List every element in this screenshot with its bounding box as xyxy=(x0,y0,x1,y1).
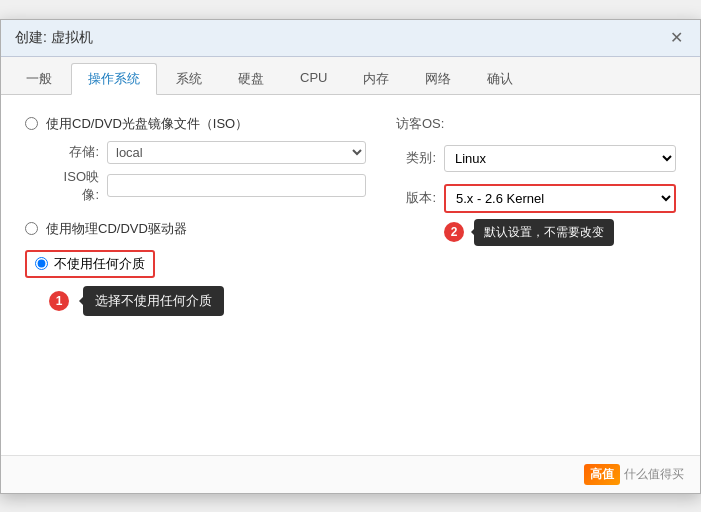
iso-input[interactable] xyxy=(107,174,366,197)
right-column: 访客OS: 类别: Linux 版本: 5.x - 2.6 Kerne xyxy=(396,115,676,316)
option-physical[interactable]: 使用物理CD/DVD驱动器 xyxy=(25,220,366,238)
close-button[interactable]: ✕ xyxy=(666,28,686,48)
create-vm-dialog: 创建: 虚拟机 ✕ 一般 操作系统 系统 硬盘 CPU 内存 网络 确认 使用C… xyxy=(0,19,701,494)
iso-label: ISO映像: xyxy=(49,168,99,204)
category-row: 类别: Linux xyxy=(396,145,676,172)
iso-field: ISO映像: xyxy=(49,168,366,204)
content-area: 使用CD/DVD光盘镜像文件（ISO） 存储: local ISO映像: 使用物 xyxy=(25,115,676,316)
tooltip1-row: 1 选择不使用任何介质 xyxy=(49,286,366,316)
left-column: 使用CD/DVD光盘镜像文件（ISO） 存储: local ISO映像: 使用物 xyxy=(25,115,396,316)
tab-os[interactable]: 操作系统 xyxy=(71,63,157,95)
option-none-row: 不使用任何介质 xyxy=(25,250,366,278)
tab-cpu[interactable]: CPU xyxy=(283,63,344,94)
radio-none[interactable] xyxy=(35,257,48,270)
tooltip2-row: 2 默认设置，不需要改变 xyxy=(444,219,676,246)
version-select-wrapper: 5.x - 2.6 Kernel xyxy=(444,184,676,213)
radio-iso[interactable] xyxy=(25,117,38,130)
version-area: 5.x - 2.6 Kernel 2 默认设置，不需要改变 xyxy=(444,184,676,246)
tab-confirm[interactable]: 确认 xyxy=(470,63,530,94)
tooltip2-text: 默认设置，不需要改变 xyxy=(474,219,614,246)
badge-2: 2 xyxy=(444,222,464,242)
dialog-titlebar: 创建: 虚拟机 ✕ xyxy=(1,20,700,57)
watermark: 高值 什么值得买 xyxy=(584,464,684,485)
version-row: 版本: 5.x - 2.6 Kernel 2 默认设置，不需要改变 xyxy=(396,184,676,246)
version-label: 版本: xyxy=(396,189,436,207)
tab-bar: 一般 操作系统 系统 硬盘 CPU 内存 网络 确认 xyxy=(1,57,700,95)
tab-disk[interactable]: 硬盘 xyxy=(221,63,281,94)
storage-select[interactable]: local xyxy=(107,141,366,164)
option-iso-label: 使用CD/DVD光盘镜像文件（ISO） xyxy=(46,115,248,133)
option-none-label: 不使用任何介质 xyxy=(54,255,145,273)
tab-system[interactable]: 系统 xyxy=(159,63,219,94)
option-physical-label: 使用物理CD/DVD驱动器 xyxy=(46,220,187,238)
storage-label: 存储: xyxy=(49,143,99,161)
option-none-highlight: 不使用任何介质 xyxy=(25,250,155,278)
category-select[interactable]: Linux xyxy=(444,145,676,172)
badge-1: 1 xyxy=(49,291,69,311)
guest-os-header: 访客OS: xyxy=(396,115,676,133)
dialog-footer: 高值 什么值得买 xyxy=(1,455,700,493)
dialog-body: 使用CD/DVD光盘镜像文件（ISO） 存储: local ISO映像: 使用物 xyxy=(1,95,700,455)
storage-field: 存储: local xyxy=(49,141,366,164)
tab-general[interactable]: 一般 xyxy=(9,63,69,94)
category-label: 类别: xyxy=(396,149,436,167)
tab-network[interactable]: 网络 xyxy=(408,63,468,94)
radio-physical[interactable] xyxy=(25,222,38,235)
watermark-text: 什么值得买 xyxy=(624,466,684,483)
guest-os-label: 访客OS: xyxy=(396,116,444,131)
watermark-brand: 高值 xyxy=(584,464,620,485)
option-iso[interactable]: 使用CD/DVD光盘镜像文件（ISO） xyxy=(25,115,366,133)
dialog-title: 创建: 虚拟机 xyxy=(15,29,93,47)
version-select[interactable]: 5.x - 2.6 Kernel xyxy=(444,184,676,213)
tooltip1-text: 选择不使用任何介质 xyxy=(83,286,224,316)
tab-memory[interactable]: 内存 xyxy=(346,63,406,94)
